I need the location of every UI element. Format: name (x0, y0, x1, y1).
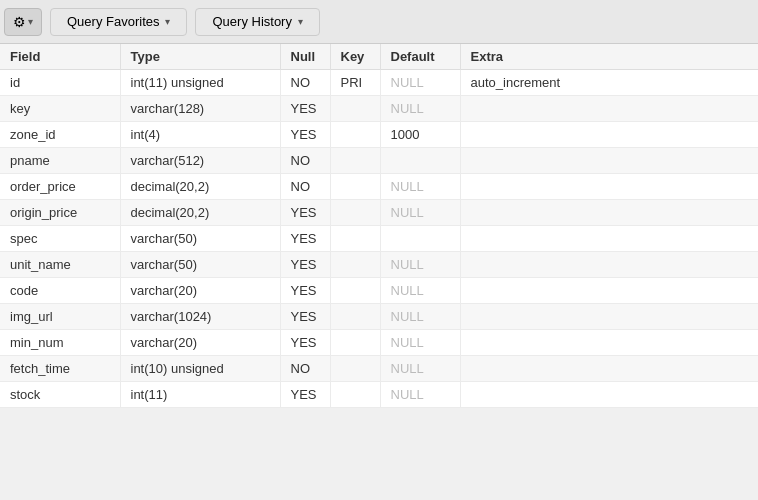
cell-key (330, 96, 380, 122)
cell-field: pname (0, 148, 120, 174)
cell-type: varchar(50) (120, 252, 280, 278)
cell-default (380, 148, 460, 174)
query-favorites-label: Query Favorites (67, 14, 159, 29)
cell-default: NULL (380, 200, 460, 226)
cell-default: NULL (380, 356, 460, 382)
cell-null: YES (280, 304, 330, 330)
column-header-extra: Extra (460, 44, 758, 70)
cell-extra (460, 174, 758, 200)
toolbar: ⚙ ▾ Query Favorites ▾ Query History ▾ (0, 0, 758, 44)
cell-field: unit_name (0, 252, 120, 278)
cell-default: NULL (380, 70, 460, 96)
gear-dropdown-arrow-icon: ▾ (28, 16, 33, 27)
table-row: unit_namevarchar(50)YESNULL (0, 252, 758, 278)
cell-type: int(11) unsigned (120, 70, 280, 96)
cell-type: varchar(1024) (120, 304, 280, 330)
table-row: codevarchar(20)YESNULL (0, 278, 758, 304)
cell-default: NULL (380, 174, 460, 200)
cell-field: order_price (0, 174, 120, 200)
gear-menu-button[interactable]: ⚙ ▾ (4, 8, 42, 36)
cell-null: YES (280, 382, 330, 408)
cell-extra (460, 356, 758, 382)
cell-type: int(11) (120, 382, 280, 408)
cell-default: NULL (380, 278, 460, 304)
cell-extra (460, 278, 758, 304)
cell-null: NO (280, 356, 330, 382)
cell-extra (460, 148, 758, 174)
query-favorites-dropdown-arrow-icon: ▾ (165, 16, 170, 27)
query-history-dropdown-arrow-icon: ▾ (298, 16, 303, 27)
table-row: keyvarchar(128)YESNULL (0, 96, 758, 122)
cell-key: PRI (330, 70, 380, 96)
cell-field: key (0, 96, 120, 122)
column-header-field: Field (0, 44, 120, 70)
cell-type: varchar(20) (120, 330, 280, 356)
cell-key (330, 122, 380, 148)
cell-field: spec (0, 226, 120, 252)
cell-type: decimal(20,2) (120, 200, 280, 226)
cell-field: origin_price (0, 200, 120, 226)
table-row: zone_idint(4)YES1000 (0, 122, 758, 148)
cell-key (330, 252, 380, 278)
cell-default: NULL (380, 252, 460, 278)
cell-default (380, 226, 460, 252)
cell-field: stock (0, 382, 120, 408)
column-header-type: Type (120, 44, 280, 70)
cell-extra (460, 304, 758, 330)
cell-null: YES (280, 200, 330, 226)
cell-type: varchar(512) (120, 148, 280, 174)
cell-extra (460, 330, 758, 356)
query-history-label: Query History (212, 14, 291, 29)
cell-type: int(4) (120, 122, 280, 148)
cell-key (330, 200, 380, 226)
cell-null: NO (280, 148, 330, 174)
table-row: idint(11) unsignedNOPRINULLauto_incremen… (0, 70, 758, 96)
cell-type: varchar(50) (120, 226, 280, 252)
cell-extra (460, 122, 758, 148)
gear-icon: ⚙ (13, 14, 26, 30)
cell-field: min_num (0, 330, 120, 356)
cell-key (330, 356, 380, 382)
column-header-default: Default (380, 44, 460, 70)
cell-key (330, 330, 380, 356)
table-row: fetch_timeint(10) unsignedNONULL (0, 356, 758, 382)
table-row: specvarchar(50)YES (0, 226, 758, 252)
cell-extra (460, 96, 758, 122)
cell-field: id (0, 70, 120, 96)
cell-extra: auto_increment (460, 70, 758, 96)
cell-null: NO (280, 174, 330, 200)
table-container: Field Type Null Key Default Extra idint(… (0, 44, 758, 500)
table-row: order_pricedecimal(20,2)NONULL (0, 174, 758, 200)
cell-key (330, 278, 380, 304)
cell-field: fetch_time (0, 356, 120, 382)
cell-type: varchar(20) (120, 278, 280, 304)
cell-key (330, 226, 380, 252)
cell-null: YES (280, 252, 330, 278)
cell-key (330, 148, 380, 174)
cell-default: 1000 (380, 122, 460, 148)
cell-extra (460, 382, 758, 408)
cell-null: YES (280, 330, 330, 356)
column-header-key: Key (330, 44, 380, 70)
cell-default: NULL (380, 382, 460, 408)
cell-default: NULL (380, 330, 460, 356)
cell-key (330, 382, 380, 408)
column-header-null: Null (280, 44, 330, 70)
table-row: img_urlvarchar(1024)YESNULL (0, 304, 758, 330)
table-row: stockint(11)YESNULL (0, 382, 758, 408)
cell-extra (460, 252, 758, 278)
table-row: origin_pricedecimal(20,2)YESNULL (0, 200, 758, 226)
table-header-row: Field Type Null Key Default Extra (0, 44, 758, 70)
cell-type: decimal(20,2) (120, 174, 280, 200)
table-row: pnamevarchar(512)NO (0, 148, 758, 174)
cell-null: YES (280, 122, 330, 148)
cell-null: YES (280, 226, 330, 252)
cell-field: zone_id (0, 122, 120, 148)
cell-type: int(10) unsigned (120, 356, 280, 382)
query-history-tab[interactable]: Query History ▾ (195, 8, 319, 36)
query-favorites-tab[interactable]: Query Favorites ▾ (50, 8, 187, 36)
cell-extra (460, 226, 758, 252)
cell-field: code (0, 278, 120, 304)
cell-key (330, 174, 380, 200)
cell-field: img_url (0, 304, 120, 330)
